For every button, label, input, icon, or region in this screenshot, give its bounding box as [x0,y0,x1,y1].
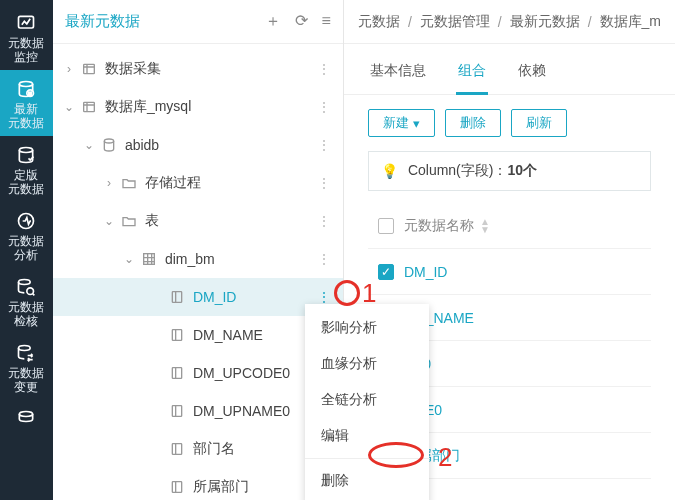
db-new-icon: N [15,78,37,100]
tree-node[interactable]: ⌄数据库_mysql⋮ [53,88,343,126]
table-row[interactable]: ✓DM_ID [368,249,651,295]
crumb-link[interactable]: 最新元数据 [510,13,580,31]
tree-node-label: DM_ID [193,289,313,305]
breadcrumb: 元数据/ 元数据管理/ 最新元数据/ 数据库_m [344,0,675,44]
sort-icon[interactable]: ▲▼ [480,218,490,234]
tree-node[interactable]: DM_NAME⋮ [53,316,343,354]
svg-point-1 [20,82,33,87]
more-icon[interactable]: ⋮ [313,251,335,267]
audit-icon [15,276,37,298]
more-icon[interactable]: ⋮ [313,61,335,77]
col-icon [167,325,187,345]
refresh-button[interactable]: 刷新 [511,109,567,137]
ctx-impact[interactable]: 影响分析 [305,310,429,346]
vnav-label: 元数据 变更 [8,366,44,394]
tree-panel: 最新元数据 ＋ ⟳ ≡ ›数据采集⋮⌄数据库_mysql⋮⌄abidb⋮›存储过… [53,0,344,500]
monitor-icon [15,12,37,34]
new-button-label: 新建 [383,114,409,132]
crumb-link[interactable]: 数据库_m [600,13,661,31]
expander-icon[interactable]: ⌄ [101,214,117,228]
vnav-item-change[interactable]: 元数据 变更 [0,334,53,400]
expander-icon[interactable]: ⌄ [121,252,137,266]
expander-icon[interactable]: › [101,176,117,190]
info-row: 💡 Column(字段)：10个 [368,151,651,191]
context-menu: 影响分析 血缘分析 全链分析 编辑 删除 [305,304,429,500]
more-icon[interactable]: ⋮ [313,175,335,191]
row-name[interactable]: DM_NAME [404,310,651,326]
tree-node[interactable]: DM_UPCODE0⋮ [53,354,343,392]
grid-icon [139,249,159,269]
more-icon[interactable]: ⋮ [313,289,335,305]
ctx-edit[interactable]: 编辑 [305,418,429,454]
tree-node[interactable]: ⌄dim_bm⋮ [53,240,343,278]
add-icon[interactable]: ＋ [265,12,281,29]
svg-text:N: N [29,91,33,97]
tree-node-label: 数据库_mysql [105,98,313,116]
info-text: Column(字段)：10个 [408,162,537,180]
table-header: 元数据名称▲▼ [368,203,651,249]
tree-node[interactable]: ⌄表⋮ [53,202,343,240]
row-name[interactable]: DE0 [404,356,651,372]
annotation-num-2: 2 [438,442,452,473]
refresh-icon[interactable]: ⟳ [295,12,308,29]
vnav-item-analysis[interactable]: 元数据 分析 [0,202,53,268]
expander-icon[interactable]: › [61,62,77,76]
more-icon[interactable]: ⋮ [313,213,335,229]
tree-node-label: dim_bm [165,251,313,267]
crumb-link[interactable]: 元数据管理 [420,13,490,31]
tabs: 基本信息 组合 依赖 [344,44,675,95]
more-icon[interactable]: ⋮ [313,137,335,153]
bulb-icon: 💡 [381,163,398,179]
folderline-icon [119,211,139,231]
change-icon [15,342,37,364]
tree-node[interactable]: ›数据采集⋮ [53,50,343,88]
tree-title: 最新元数据 [65,12,140,31]
svg-rect-19 [172,482,181,493]
row-checkbox[interactable]: ✓ [378,264,394,280]
vnav-item-version[interactable]: 定版 元数据 [0,136,53,202]
svg-point-12 [104,139,113,143]
row-name[interactable]: AME0 [404,402,651,418]
db-ver-icon [15,144,37,166]
expander-icon[interactable]: ⌄ [61,100,77,114]
ctx-delete[interactable]: 删除 [305,463,429,499]
ctx-fullchain[interactable]: 全链分析 [305,382,429,418]
folder-icon [79,59,99,79]
tree-node[interactable]: ›存储过程⋮ [53,164,343,202]
vnav-label: 最新 元数据 [8,102,44,130]
vnav-item-audit[interactable]: 元数据 检核 [0,268,53,334]
more-icon[interactable]: ⋮ [313,99,335,115]
tab-basic[interactable]: 基本信息 [368,54,428,94]
tree-node-label: DM_NAME [193,327,313,343]
tree-node[interactable]: 所属部门⋮ [53,468,343,500]
svg-point-7 [27,288,34,295]
tree-node[interactable]: DM_UPNAME0⋮ [53,392,343,430]
col-icon [167,363,187,383]
tree-node[interactable]: DM_ID⋮ [53,278,343,316]
menu-icon[interactable]: ≡ [322,12,331,29]
crumb-link[interactable]: 元数据 [358,13,400,31]
column-header-name[interactable]: 元数据名称 [404,217,474,235]
expander-icon[interactable]: ⌄ [81,138,97,152]
more-db-icon [15,408,37,430]
tree-node[interactable]: ⌄abidb⋮ [53,126,343,164]
toolbar: 新建▾ 删除 刷新 [344,95,675,151]
svg-point-4 [20,148,33,153]
vnav-item-monitor[interactable]: 元数据 监控 [0,4,53,70]
tree[interactable]: ›数据采集⋮⌄数据库_mysql⋮⌄abidb⋮›存储过程⋮⌄表⋮⌄dim_bm… [53,44,343,500]
ctx-lineage[interactable]: 血缘分析 [305,346,429,382]
tree-node-label: 表 [145,212,313,230]
svg-point-6 [19,280,31,285]
tab-depend[interactable]: 依赖 [516,54,548,94]
tree-node[interactable]: 部门名⋮ [53,430,343,468]
col-icon [167,439,187,459]
new-button[interactable]: 新建▾ [368,109,435,137]
delete-button[interactable]: 删除 [445,109,501,137]
tab-compose[interactable]: 组合 [456,54,488,95]
select-all-checkbox[interactable] [378,218,394,234]
vnav-label: 元数据 分析 [8,234,44,262]
vnav-item-latest[interactable]: N 最新 元数据 [0,70,53,136]
row-name[interactable]: DM_ID [404,264,651,280]
db-icon [99,135,119,155]
vnav-item-more[interactable] [0,400,53,438]
